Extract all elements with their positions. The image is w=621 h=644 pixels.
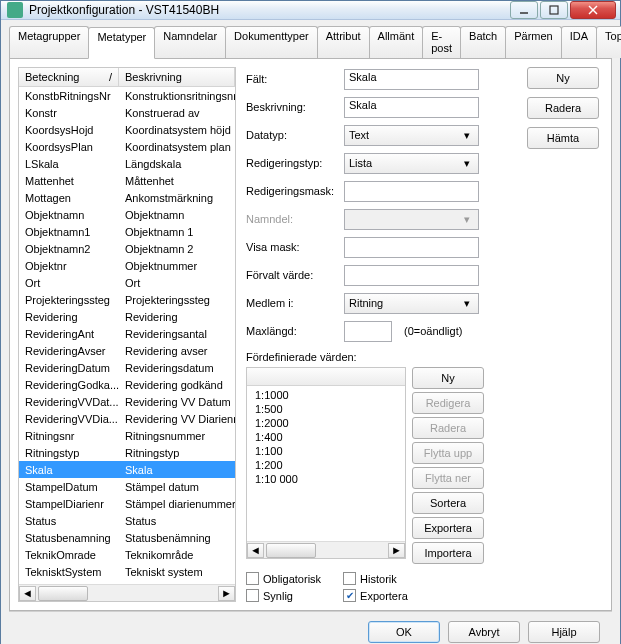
predef-item[interactable]: 1:400 bbox=[247, 430, 405, 444]
list-row[interactable]: Objektnamn1Objektnamn 1 bbox=[19, 223, 235, 240]
list-row[interactable]: TeknisktSystemTekniskt system bbox=[19, 563, 235, 580]
tab-batch[interactable]: Batch bbox=[460, 26, 506, 58]
scroll-right-icon[interactable]: ► bbox=[388, 543, 405, 558]
predef-list-header[interactable] bbox=[247, 368, 405, 386]
ny-button[interactable]: Ny bbox=[527, 67, 599, 89]
maxlangd-input[interactable] bbox=[344, 321, 392, 342]
side-buttons: Ny Radera Hämta bbox=[527, 67, 603, 602]
predef-item[interactable]: 1:500 bbox=[247, 402, 405, 416]
list-row[interactable]: MattenhetMåttenhet bbox=[19, 172, 235, 189]
titlebar[interactable]: Projektkonfiguration - VST41540BH bbox=[1, 1, 620, 20]
redigeringsmask-input[interactable] bbox=[344, 181, 479, 202]
list-body[interactable]: KonstbRitningsNrKonstruktionsritningsnrK… bbox=[19, 87, 235, 584]
visamask-input[interactable] bbox=[344, 237, 479, 258]
window: Projektkonfiguration - VST41540BH Metagr… bbox=[0, 0, 621, 644]
list-row[interactable]: KoordsysPlanKoordinatsystem plan bbox=[19, 138, 235, 155]
datatyp-select[interactable]: Text▾ bbox=[344, 125, 479, 146]
medlemi-select[interactable]: Ritning▾ bbox=[344, 293, 479, 314]
maximize-button[interactable] bbox=[540, 1, 568, 19]
list-row[interactable]: MottagenAnkomstmärkning bbox=[19, 189, 235, 206]
metatype-list: Beteckning/ Beskrivning KonstbRitningsNr… bbox=[18, 67, 236, 602]
tab-strip: MetagrupperMetatyperNamndelarDokumenttyp… bbox=[9, 26, 612, 59]
forvalt-input[interactable] bbox=[344, 265, 479, 286]
predef-list[interactable]: 1:10001:5001:20001:4001:1001:2001:10 000… bbox=[246, 367, 406, 559]
list-row[interactable]: StatusStatus bbox=[19, 512, 235, 529]
scroll-thumb[interactable] bbox=[38, 586, 88, 601]
list-row[interactable]: ObjektnrObjektnummer bbox=[19, 257, 235, 274]
predef-importera-button[interactable]: Importera bbox=[412, 542, 484, 564]
list-row[interactable]: StampelDatumStämpel datum bbox=[19, 478, 235, 495]
hjalp-button[interactable]: Hjälp bbox=[528, 621, 600, 643]
tab-attribut[interactable]: Attribut bbox=[317, 26, 370, 58]
tab-allmänt[interactable]: Allmänt bbox=[369, 26, 424, 58]
synlig-checkbox[interactable]: Synlig bbox=[246, 589, 321, 602]
predef-label: Fördefinierade värden: bbox=[246, 351, 517, 363]
beskrivning-input[interactable]: Skala bbox=[344, 97, 479, 118]
radera-button[interactable]: Radera bbox=[527, 97, 599, 119]
tab-topocad[interactable]: Topocad bbox=[596, 26, 621, 58]
minimize-button[interactable] bbox=[510, 1, 538, 19]
list-row[interactable]: TeknikOmradeTeknikområde bbox=[19, 546, 235, 563]
redigeringsmask-label: Redigeringsmask: bbox=[246, 185, 344, 197]
ok-button[interactable]: OK bbox=[368, 621, 440, 643]
predef-scrollbar[interactable]: ◄ ► bbox=[247, 541, 405, 558]
list-row[interactable]: ObjektnamnObjektnamn bbox=[19, 206, 235, 223]
sort-indicator-icon: / bbox=[109, 71, 112, 83]
list-row[interactable]: RevideringAntRevideringsantal bbox=[19, 325, 235, 342]
chevron-down-icon: ▾ bbox=[459, 211, 474, 228]
list-row[interactable]: KonstrKonstruerad av bbox=[19, 104, 235, 121]
list-row[interactable]: SkalaSkala bbox=[19, 461, 235, 478]
scroll-thumb[interactable] bbox=[266, 543, 316, 558]
list-row[interactable]: RevideringAvserRevidering avser bbox=[19, 342, 235, 359]
list-row[interactable]: ProjekteringsstegProjekteringssteg bbox=[19, 291, 235, 308]
predef-sortera-button[interactable]: Sortera bbox=[412, 492, 484, 514]
list-header[interactable]: Beteckning/ Beskrivning bbox=[19, 68, 235, 87]
list-row[interactable]: LSkalaLängdskala bbox=[19, 155, 235, 172]
list-row[interactable]: KonstbRitningsNrKonstruktionsritningsnr bbox=[19, 87, 235, 104]
beskrivning-label: Beskrivning: bbox=[246, 101, 344, 113]
list-row[interactable]: RevideringGodka...Revidering godkänd bbox=[19, 376, 235, 393]
predef-item[interactable]: 1:200 bbox=[247, 458, 405, 472]
maxlangd-hint: (0=oändligt) bbox=[404, 325, 462, 337]
list-row[interactable]: KoordsysHojdKoordinatsystem höjd bbox=[19, 121, 235, 138]
list-row[interactable]: RevideringDatumRevideringsdatum bbox=[19, 359, 235, 376]
list-row[interactable]: RevideringVVDia...Revidering VV Diarienr bbox=[19, 410, 235, 427]
historik-checkbox[interactable]: Historik bbox=[343, 572, 408, 585]
client-area: MetagrupperMetatyperNamndelarDokumenttyp… bbox=[1, 20, 620, 644]
list-row[interactable]: Objektnamn2Objektnamn 2 bbox=[19, 240, 235, 257]
scroll-left-icon[interactable]: ◄ bbox=[19, 586, 36, 601]
list-row[interactable]: StampelDiarienrStämpel diarienummer bbox=[19, 495, 235, 512]
avbryt-button[interactable]: Avbryt bbox=[448, 621, 520, 643]
obligatorisk-checkbox[interactable]: Obligatorisk bbox=[246, 572, 321, 585]
tab-metagrupper[interactable]: Metagrupper bbox=[9, 26, 89, 58]
visamask-label: Visa mask: bbox=[246, 241, 344, 253]
svg-rect-1 bbox=[550, 6, 558, 14]
predef-item[interactable]: 1:10 000 bbox=[247, 472, 405, 486]
list-row[interactable]: StatusbenamningStatusbenämning bbox=[19, 529, 235, 546]
hamta-button[interactable]: Hämta bbox=[527, 127, 599, 149]
list-row[interactable]: RevideringRevidering bbox=[19, 308, 235, 325]
predef-item[interactable]: 1:100 bbox=[247, 444, 405, 458]
list-row[interactable]: RitningstypRitningstyp bbox=[19, 444, 235, 461]
tab-metatyper[interactable]: Metatyper bbox=[88, 27, 155, 59]
horizontal-scrollbar[interactable]: ◄ ► bbox=[19, 584, 235, 601]
list-row[interactable]: OrtOrt bbox=[19, 274, 235, 291]
predef-exportera-button[interactable]: Exportera bbox=[412, 517, 484, 539]
tab-e-post[interactable]: E-post bbox=[422, 26, 461, 58]
redigeringstyp-select[interactable]: Lista▾ bbox=[344, 153, 479, 174]
app-icon bbox=[7, 2, 23, 18]
list-row[interactable]: RevideringVVDat...Revidering VV Datum bbox=[19, 393, 235, 410]
tab-dokumenttyper[interactable]: Dokumenttyper bbox=[225, 26, 318, 58]
tab-namndelar[interactable]: Namndelar bbox=[154, 26, 226, 58]
predef-item[interactable]: 1:2000 bbox=[247, 416, 405, 430]
predef-ny-button[interactable]: Ny bbox=[412, 367, 484, 389]
exportera-checkbox[interactable]: Exportera bbox=[343, 589, 408, 602]
scroll-left-icon[interactable]: ◄ bbox=[247, 543, 264, 558]
falt-input[interactable]: Skala bbox=[344, 69, 479, 90]
scroll-right-icon[interactable]: ► bbox=[218, 586, 235, 601]
tab-ida[interactable]: IDA bbox=[561, 26, 597, 58]
list-row[interactable]: RitningsnrRitningsnummer bbox=[19, 427, 235, 444]
tab-pärmen[interactable]: Pärmen bbox=[505, 26, 562, 58]
predef-item[interactable]: 1:1000 bbox=[247, 388, 405, 402]
close-button[interactable] bbox=[570, 1, 616, 19]
